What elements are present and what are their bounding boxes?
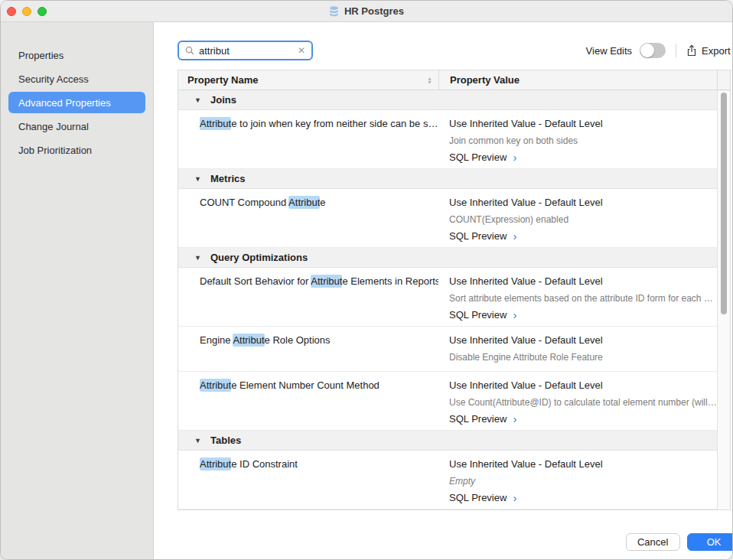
chevron-right-icon: ›: [513, 414, 516, 425]
disclosure-triangle-icon[interactable]: ▼: [194, 437, 204, 444]
property-value-cell: Use Inherited Value - Default LevelUse C…: [438, 379, 717, 430]
sidebar-item-change-journal[interactable]: Change Journal: [8, 116, 145, 137]
property-value-description: Use Count(Attribute@ID) to calculate tot…: [449, 397, 717, 408]
search-highlight: Attribut: [200, 457, 231, 470]
property-value-cell: Use Inherited Value - Default LevelSort …: [438, 275, 717, 326]
group-label: Metrics: [210, 173, 246, 184]
search-highlight: Attribut: [311, 275, 342, 288]
property-value-description: Disable Engine Attribute Role Feature: [449, 352, 717, 363]
property-value-text: Use Inherited Value - Default Level: [449, 334, 717, 347]
table-row: COUNT Compound AttributeUse Inherited Va…: [178, 189, 730, 248]
sidebar-item-properties[interactable]: Properties: [8, 44, 145, 66]
property-value-text: Use Inherited Value - Default Level: [449, 275, 717, 288]
sql-preview-label: SQL Preview: [449, 412, 507, 425]
close-window-button[interactable]: [7, 7, 16, 16]
group-header-joins[interactable]: ▼Joins: [178, 90, 730, 110]
toolbar-right-controls: View Edits Export: [586, 43, 731, 58]
disclosure-triangle-icon[interactable]: ▼: [194, 96, 204, 104]
scrollbar-thumb[interactable]: [721, 93, 727, 314]
property-value-text: Use Inherited Value - Default Level: [449, 117, 717, 130]
property-name-cell: Engine Attribute Role Options: [178, 334, 438, 371]
column-header-property-value[interactable]: Property Value: [438, 70, 717, 90]
sql-preview-label: SQL Preview: [449, 230, 507, 243]
group-label: Tables: [210, 435, 241, 446]
chevron-right-icon: ›: [513, 310, 516, 321]
window-title-area: HR Postgres: [1, 1, 732, 21]
sort-icon[interactable]: ▲▼: [427, 77, 432, 84]
sql-preview-link[interactable]: SQL Preview›: [449, 151, 516, 164]
window-title: HR Postgres: [344, 5, 404, 17]
database-icon: [329, 6, 339, 17]
toolbar: ✕ View Edits Export: [178, 41, 731, 60]
toolbar-divider: [676, 44, 676, 57]
ok-button[interactable]: OK: [687, 533, 733, 551]
titlebar: HR Postgres: [1, 1, 732, 22]
search-icon: [185, 46, 194, 55]
zoom-window-button[interactable]: [37, 7, 47, 16]
property-value-text: Use Inherited Value - Default Level: [449, 379, 717, 392]
table-row: Attribute ID ConstraintUse Inherited Val…: [178, 451, 730, 510]
sidebar-item-job-prioritization[interactable]: Job Prioritization: [8, 139, 145, 161]
view-edits-toggle[interactable]: [640, 43, 666, 58]
property-value-description: Sort attribute elements based on the att…: [449, 293, 717, 304]
dialog-footer: Cancel OK: [626, 533, 733, 551]
properties-table: Property Name ▲▼ Property Value ▼JoinsAt…: [178, 70, 731, 510]
view-edits-label: View Edits: [586, 45, 632, 57]
search-highlight: Attribut: [233, 334, 264, 347]
search-input[interactable]: [199, 45, 295, 57]
sidebar: PropertiesSecurity AccessAdvanced Proper…: [1, 22, 154, 559]
table-row: Attribute Element Number Count MethodUse…: [178, 372, 730, 431]
traffic-lights: [1, 7, 47, 16]
property-value-cell: Use Inherited Value - Default LevelJoin …: [438, 117, 717, 168]
table-header: Property Name ▲▼ Property Value: [178, 70, 730, 90]
sql-preview-link[interactable]: SQL Preview›: [449, 412, 516, 425]
app-body: PropertiesSecurity AccessAdvanced Proper…: [1, 22, 732, 559]
group-label: Joins: [210, 94, 236, 106]
disclosure-triangle-icon[interactable]: ▼: [194, 254, 204, 262]
property-name-cell: Default Sort Behavior for Attribute Elem…: [178, 275, 438, 326]
group-header-metrics[interactable]: ▼Metrics: [178, 169, 730, 189]
property-value-cell: Use Inherited Value - Default LevelEmpty…: [438, 457, 717, 509]
sidebar-item-security-access[interactable]: Security Access: [8, 68, 145, 90]
sql-preview-link[interactable]: SQL Preview›: [449, 308, 516, 321]
search-highlight: Attribut: [200, 117, 231, 130]
sidebar-item-advanced-properties[interactable]: Advanced Properties: [8, 92, 145, 113]
property-value-description: Join common key on both sides: [449, 135, 717, 146]
property-value-text: Use Inherited Value - Default Level: [449, 196, 717, 209]
property-value-header-label: Property Value: [450, 74, 520, 86]
property-value-description: Empty: [449, 476, 717, 487]
scrollbar-header-cell: [717, 70, 730, 90]
disclosure-triangle-icon[interactable]: ▼: [194, 175, 204, 183]
property-value-cell: Use Inherited Value - Default LevelDisab…: [438, 334, 717, 371]
property-name-cell: COUNT Compound Attribute: [178, 196, 438, 247]
property-value-cell: Use Inherited Value - Default LevelCOUNT…: [438, 196, 717, 247]
minimize-window-button[interactable]: [22, 7, 31, 16]
export-icon: [686, 44, 697, 57]
property-name-header-label: Property Name: [187, 74, 258, 86]
chevron-right-icon: ›: [513, 231, 516, 242]
sql-preview-label: SQL Preview: [449, 151, 507, 164]
search-highlight: Attribut: [288, 196, 320, 209]
property-name-cell: Attribute ID Constraint: [178, 457, 438, 509]
sql-preview-link[interactable]: SQL Preview›: [449, 491, 516, 504]
search-highlight: Attribut: [200, 379, 231, 392]
table-row: Engine Attribute Role OptionsUse Inherit…: [178, 327, 730, 372]
sql-preview-label: SQL Preview: [449, 308, 507, 321]
property-name-cell: Attribute to join when key from neither …: [178, 117, 438, 168]
export-button[interactable]: Export: [686, 44, 731, 57]
group-header-tables[interactable]: ▼Tables: [178, 431, 730, 451]
table-scrollbar-track[interactable]: [717, 91, 730, 510]
property-name-cell: Attribute Element Number Count Method: [178, 379, 438, 430]
table-row: Attribute to join when key from neither …: [178, 110, 730, 169]
property-value-text: Use Inherited Value - Default Level: [449, 457, 717, 470]
clear-search-icon[interactable]: ✕: [295, 46, 305, 55]
group-header-query-optimizations[interactable]: ▼Query Optimizations: [178, 248, 730, 268]
table-body: ▼JoinsAttribute to join when key from ne…: [178, 90, 730, 510]
cancel-button[interactable]: Cancel: [626, 533, 680, 551]
search-box[interactable]: ✕: [178, 41, 313, 60]
sql-preview-label: SQL Preview: [449, 491, 507, 504]
toggle-knob: [640, 44, 654, 57]
sql-preview-link[interactable]: SQL Preview›: [449, 230, 516, 243]
column-header-property-name[interactable]: Property Name ▲▼: [178, 70, 438, 90]
export-label: Export: [702, 45, 731, 57]
